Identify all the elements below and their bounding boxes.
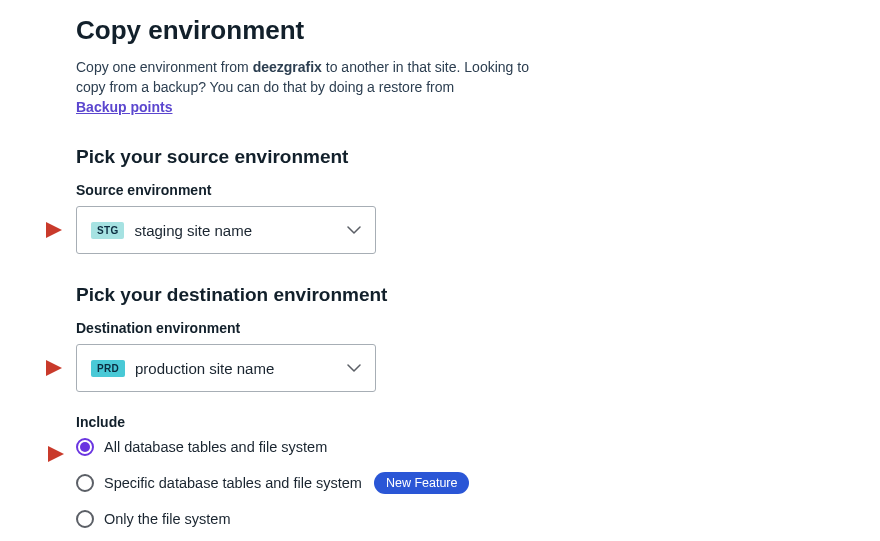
destination-heading: Pick your destination environment <box>76 284 880 306</box>
backup-points-link[interactable]: Backup points <box>76 99 172 115</box>
site-name: deezgrafix <box>253 59 322 75</box>
source-select-value: staging site name <box>134 222 347 239</box>
chevron-down-icon <box>347 364 361 372</box>
stg-badge: STG <box>91 222 124 239</box>
source-environment-select[interactable]: STG staging site name <box>76 206 376 254</box>
radio-label: All database tables and file system <box>104 439 327 455</box>
dest-select-value: production site name <box>135 360 347 377</box>
radio-option-files-only[interactable]: Only the file system <box>76 510 880 528</box>
radio-button-icon <box>76 474 94 492</box>
include-radio-group: All database tables and file system Spec… <box>76 438 880 528</box>
annotation-arrow-icon <box>46 222 62 238</box>
annotation-arrow-icon <box>48 446 64 462</box>
intro-prefix: Copy one environment from <box>76 59 253 75</box>
intro-text: Copy one environment from deezgrafix to … <box>76 58 596 97</box>
radio-label: Only the file system <box>104 511 231 527</box>
new-feature-badge: New Feature <box>374 472 470 494</box>
source-heading: Pick your source environment <box>76 146 880 168</box>
destination-environment-select[interactable]: PRD production site name <box>76 344 376 392</box>
chevron-down-icon <box>347 226 361 234</box>
radio-option-all[interactable]: All database tables and file system <box>76 438 880 456</box>
include-label: Include <box>76 414 880 430</box>
radio-label: Specific database tables and file system <box>104 475 362 491</box>
radio-button-icon <box>76 510 94 528</box>
radio-button-icon <box>76 438 94 456</box>
annotation-arrow-icon <box>46 360 62 376</box>
intro-suffix: to another in that site. Looking to <box>322 59 529 75</box>
dest-env-label: Destination environment <box>76 320 880 336</box>
source-env-label: Source environment <box>76 182 880 198</box>
prd-badge: PRD <box>91 360 125 377</box>
intro-line2: copy from a backup? You can do that by d… <box>76 79 454 95</box>
page-title: Copy environment <box>76 15 880 46</box>
radio-option-specific[interactable]: Specific database tables and file system… <box>76 472 880 494</box>
